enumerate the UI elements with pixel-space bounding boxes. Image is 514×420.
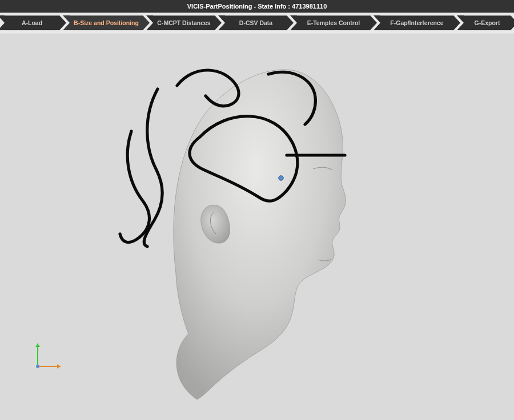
step-e-temples-control[interactable]: E-Temples Control (290, 15, 377, 30)
reference-point-marker[interactable] (279, 176, 283, 180)
step-f-gap-interference[interactable]: F-Gap/Interference (374, 15, 460, 30)
step-chevron-bar: A-Load B-Size and Positioning C-MCPT Dis… (0, 13, 514, 34)
step-g-export[interactable]: G-Export (457, 15, 514, 30)
step-d-csv-data[interactable]: D-CSV Data (218, 15, 294, 30)
step-a-load[interactable]: A-Load (0, 15, 66, 30)
svg-marker-1 (57, 364, 61, 369)
window-title: VICIS-PartPositioning - State Info : 471… (0, 0, 514, 13)
svg-marker-3 (35, 344, 40, 347)
axis-triad-icon (35, 344, 61, 369)
svg-point-4 (36, 365, 39, 368)
step-c-mcpt-distances[interactable]: C-MCPT Distances (146, 15, 222, 30)
step-b-size-positioning[interactable]: B-Size and Positioning (63, 15, 150, 30)
3d-viewport[interactable] (0, 34, 514, 420)
viewport-svg (0, 34, 514, 420)
